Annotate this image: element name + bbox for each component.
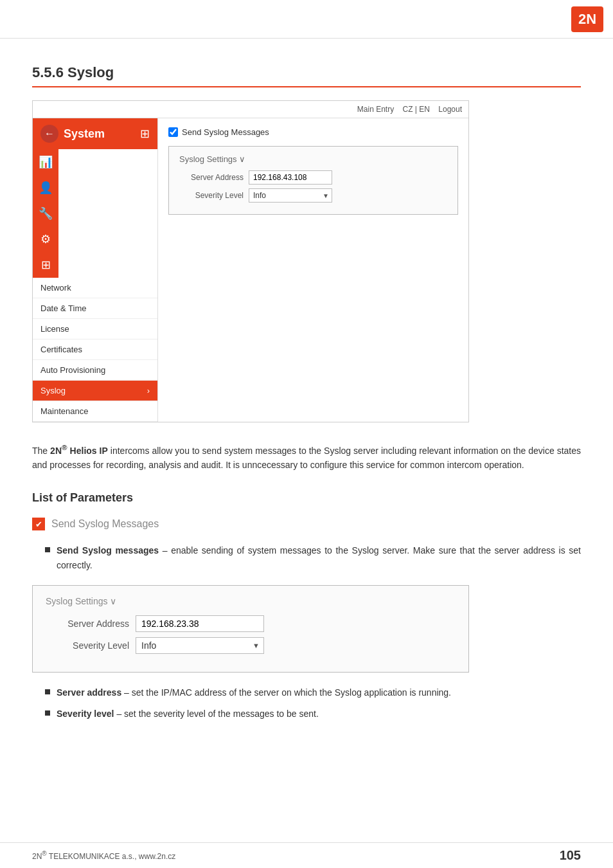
params-send-syslog-row: ✔ Send Syslog Messages xyxy=(32,518,581,530)
icon-tab-settings[interactable]: ⚙ xyxy=(33,226,58,252)
server-address-input[interactable] xyxy=(249,170,332,185)
bullet-item-2: Server address – set the IP/MAC address … xyxy=(45,685,581,700)
brand-name: 2N® Helios IP xyxy=(50,446,108,456)
send-syslog-checkbox[interactable] xyxy=(168,127,178,137)
footer-company-text: TELEKOMUNIKACE a.s., www.2n.cz xyxy=(47,852,176,861)
sidebar-item-datetime[interactable]: Date & Time xyxy=(33,298,157,319)
ui-screenshot: Main Entry CZ | EN Logout ← System ⊞ 📊 � xyxy=(32,100,469,422)
send-syslog-label: Send Syslog Messages xyxy=(182,127,269,137)
description-paragraph: The 2N® Helios IP intercoms allow you to… xyxy=(32,442,581,472)
syslog-settings-large-box: Syslog Settings ∨ Server Address Severit… xyxy=(32,585,469,673)
severity-level-row: Severity Level Info ▼ xyxy=(179,188,447,203)
logout-link[interactable]: Logout xyxy=(438,105,462,114)
sidebar-item-autoprovisioning[interactable]: Auto Provisioning xyxy=(33,360,157,381)
send-syslog-row: Send Syslog Messages xyxy=(168,127,458,137)
cz-en-link[interactable]: CZ | EN xyxy=(403,105,430,114)
bullet-item-3: Severity level – set the severity level … xyxy=(45,707,581,721)
bullet-list-1: Send Syslog messages – enable sending of… xyxy=(45,543,581,572)
ui-main-panel: Send Syslog Messages Syslog Settings ∨ S… xyxy=(158,118,468,422)
select-arrow-icon: ▼ xyxy=(320,192,332,199)
syslog-chevron: › xyxy=(147,386,150,395)
select-arrow-large-icon: ▼ xyxy=(249,642,263,649)
bullet-item-1: Send Syslog messages – enable sending of… xyxy=(45,543,581,572)
syslog-settings-large-title[interactable]: Syslog Settings ∨ xyxy=(46,596,456,606)
icon-tab-stats[interactable]: 📊 xyxy=(33,149,58,175)
icon-tab-tools[interactable]: 🔧 xyxy=(33,201,58,226)
server-address-large-label: Server Address xyxy=(46,619,129,629)
grid-icon[interactable]: ⊞ xyxy=(140,127,150,141)
bullet-square-3 xyxy=(45,710,50,716)
server-address-label: Server Address xyxy=(179,173,244,182)
bullet-text-1: Send Syslog messages – enable sending of… xyxy=(57,543,581,572)
sidebar-item-license[interactable]: License xyxy=(33,319,157,339)
ui-body: ← System ⊞ 📊 👤 🔧 ⚙ xyxy=(33,118,468,422)
logo-2n: 2N xyxy=(571,6,603,32)
bullet-list-2: Server address – set the IP/MAC address … xyxy=(45,685,581,721)
sidebar-item-maintenance[interactable]: Maintenance xyxy=(33,401,157,422)
severity-level-value: Info xyxy=(249,189,320,202)
bullet-bold-1: Send Syslog messages xyxy=(57,545,159,556)
params-send-syslog-label: Send Syslog Messages xyxy=(51,518,159,530)
ui-syslog-settings-box: Syslog Settings ∨ Server Address Severit… xyxy=(168,146,458,215)
bullet-bold-3: Severity level xyxy=(57,709,114,719)
top-bar: 2N xyxy=(0,0,613,39)
main-entry-link[interactable]: Main Entry xyxy=(357,105,394,114)
params-send-syslog-checkbox[interactable]: ✔ xyxy=(32,518,45,530)
sidebar-item-syslog[interactable]: Syslog › xyxy=(33,381,157,401)
footer-page-number: 105 xyxy=(560,848,581,863)
sidebar-item-certificates[interactable]: Certificates xyxy=(33,339,157,360)
bullet-desc-3: – set the severity level of the messages… xyxy=(114,709,319,719)
severity-level-large-row: Severity Level Info ▼ xyxy=(46,637,456,654)
severity-level-large-select[interactable]: Info ▼ xyxy=(136,637,264,654)
severity-level-large-label: Severity Level xyxy=(46,640,129,651)
server-address-large-input[interactable] xyxy=(136,615,264,632)
sidebar-back-button[interactable]: ← xyxy=(40,125,58,143)
ui-syslog-settings-title[interactable]: Syslog Settings ∨ xyxy=(179,154,447,164)
bullet-square-2 xyxy=(45,689,50,694)
main-content: 5.5.6 Syslog Main Entry CZ | EN Logout ←… xyxy=(0,39,613,772)
server-address-large-row: Server Address xyxy=(46,615,456,632)
sidebar-menu: Network Date & Time License Certificates… xyxy=(33,278,157,422)
icon-tab-user[interactable]: 👤 xyxy=(33,175,58,201)
sidebar-item-network[interactable]: Network xyxy=(33,278,157,298)
bullet-bold-2: Server address xyxy=(57,687,121,698)
superscript-reg: ® xyxy=(62,443,67,451)
footer-left: 2N® TELEKOMUNIKACE a.s., www.2n.cz xyxy=(32,850,175,861)
sidebar-title: System xyxy=(64,127,135,141)
severity-level-label: Severity Level xyxy=(179,191,244,200)
footer: 2N® TELEKOMUNIKACE a.s., www.2n.cz 105 xyxy=(0,842,613,868)
params-title: List of Parameters xyxy=(32,491,581,505)
bullet-desc-2: – set the IP/MAC address of the server o… xyxy=(121,687,451,698)
bullet-text-3: Severity level – set the severity level … xyxy=(57,707,319,721)
section-title: 5.5.6 Syslog xyxy=(32,64,581,87)
severity-level-select[interactable]: Info ▼ xyxy=(249,188,332,203)
bullet-square-1 xyxy=(45,547,50,552)
severity-level-large-value: Info xyxy=(136,638,249,653)
bullet-text-2: Server address – set the IP/MAC address … xyxy=(57,685,451,700)
server-address-row: Server Address xyxy=(179,170,447,185)
icon-tab-grid[interactable]: ⊞ xyxy=(33,252,58,278)
sidebar-header: ← System ⊞ xyxy=(33,118,157,149)
footer-brand: 2N xyxy=(32,852,42,861)
footer-superscript: ® xyxy=(42,850,46,857)
sidebar-icons: 📊 👤 🔧 ⚙ ⊞ xyxy=(33,149,157,278)
ui-sidebar: ← System ⊞ 📊 👤 🔧 ⚙ xyxy=(33,118,158,422)
ui-topbar: Main Entry CZ | EN Logout xyxy=(33,101,468,118)
